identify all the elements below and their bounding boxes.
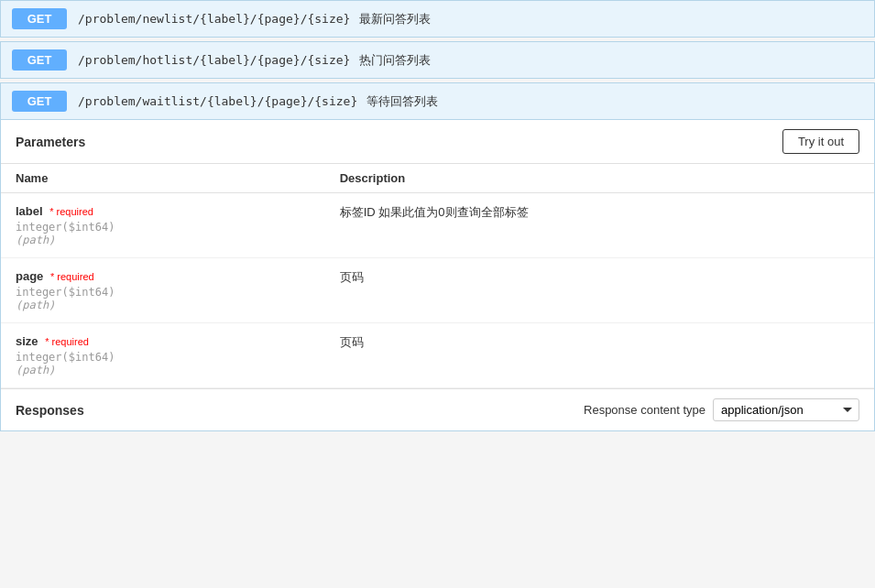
param-desc-cell-1: 页码 (325, 258, 874, 323)
param-required-0: * required (49, 206, 93, 217)
param-type-1: integer($int64) (16, 286, 311, 299)
endpoint-desc-waitlist: 等待回答列表 (366, 93, 438, 110)
param-type-0: integer($int64) (16, 221, 311, 234)
responses-right: Response content type application/json (584, 398, 859, 421)
response-content-type-select[interactable]: application/json (713, 398, 859, 421)
param-desc-0: 标签ID 如果此值为0则查询全部标签 (340, 205, 529, 219)
endpoint-desc-newlist: 最新问答列表 (359, 11, 431, 27)
param-name-1: page (16, 269, 43, 283)
responses-section: Responses Response content type applicat… (1, 388, 874, 430)
param-required-2: * required (45, 336, 89, 347)
col-header-description: Description (325, 164, 874, 193)
table-row: label * required integer($int64) (path) … (1, 193, 874, 258)
endpoint-hotlist[interactable]: GET /problem/hotlist/{label}/{page}/{siz… (0, 41, 875, 79)
parameters-table: Name Description label * required intege… (1, 164, 874, 388)
responses-title: Responses (16, 403, 84, 418)
endpoint-path-hotlist: /problem/hotlist/{label}/{page}/{size} (78, 53, 350, 67)
panel-body: Parameters Try it out Name Description l… (1, 120, 874, 430)
endpoint-newlist[interactable]: GET /problem/newlist/{label}/{page}/{siz… (0, 0, 875, 38)
param-desc-cell-0: 标签ID 如果此值为0则查询全部标签 (325, 193, 874, 258)
parameters-title: Parameters (16, 135, 85, 149)
param-location-1: (path) (16, 299, 311, 311)
param-type-2: integer($int64) (16, 351, 311, 364)
try-it-out-button[interactable]: Try it out (782, 129, 859, 154)
main-container: GET /problem/newlist/{label}/{page}/{siz… (0, 0, 875, 431)
endpoint-desc-hotlist: 热门问答列表 (359, 52, 431, 69)
table-row: page * required integer($int64) (path) 页… (1, 258, 874, 323)
param-required-1: * required (50, 271, 94, 282)
param-desc-2: 页码 (340, 335, 364, 349)
parameters-header: Parameters Try it out (1, 120, 874, 164)
col-header-name: Name (1, 164, 325, 193)
param-name-cell-2: size * required integer($int64) (path) (1, 323, 325, 388)
param-name-2: size (16, 334, 38, 348)
method-badge-hotlist: GET (12, 49, 67, 71)
expanded-header[interactable]: GET /problem/waitlist/{label}/{page}/{si… (1, 83, 874, 120)
endpoint-path-newlist: /problem/newlist/{label}/{page}/{size} (78, 12, 350, 26)
table-row: size * required integer($int64) (path) 页… (1, 323, 874, 388)
table-header-row: Name Description (1, 164, 874, 193)
method-badge-newlist: GET (12, 8, 67, 29)
endpoint-path-waitlist: /problem/waitlist/{label}/{page}/{size} (78, 94, 357, 108)
param-desc-1: 页码 (340, 270, 364, 284)
param-name-cell-1: page * required integer($int64) (path) (1, 258, 325, 323)
method-badge-waitlist: GET (12, 91, 67, 112)
response-content-type-label: Response content type (584, 403, 705, 417)
param-name-0: label (16, 204, 43, 218)
expanded-panel-waitlist: GET /problem/waitlist/{label}/{page}/{si… (0, 82, 875, 431)
param-location-2: (path) (16, 364, 311, 376)
param-name-cell-0: label * required integer($int64) (path) (1, 193, 325, 258)
param-location-0: (path) (16, 234, 311, 246)
param-desc-cell-2: 页码 (325, 323, 874, 388)
